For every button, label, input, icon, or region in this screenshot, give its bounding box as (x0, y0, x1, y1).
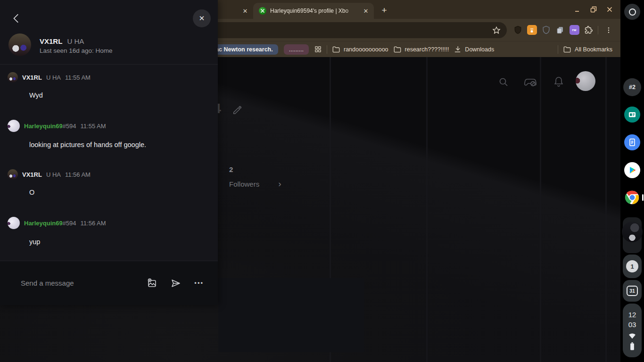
toolbar-divider (598, 26, 598, 34)
message: Harleyquin69 #594 11:55 AM looking at pi… (0, 120, 218, 148)
tab-title: Harleyquin69594's profile | Xbo (270, 8, 358, 14)
message-author: VX1RL (22, 171, 42, 178)
followers-link[interactable]: 2 Followers › (229, 165, 281, 189)
message-author-suffix: U HA (46, 171, 61, 178)
calendar-tray[interactable]: 31 (623, 280, 642, 302)
message-composer: ••• (0, 261, 218, 305)
peer-suffix: U HA (67, 37, 84, 45)
message-time: 11:56 AM (65, 171, 91, 178)
google-docs-app-icon[interactable] (624, 134, 640, 150)
xbox-favicon (259, 7, 266, 15)
tab-xbox-profile-active[interactable]: Harleyquin69594's profile | Xbo ✕ (253, 3, 374, 19)
download-icon (454, 45, 462, 53)
close-chat-button[interactable]: ✕ (193, 9, 211, 27)
bookmark-star-icon[interactable] (490, 24, 503, 37)
folder-icon (393, 45, 402, 54)
user-photo-app-icon[interactable] (622, 222, 643, 242)
message: Harleyquin69 #594 11:56 AM yup (0, 217, 218, 246)
background-card (218, 278, 364, 352)
message-author: Harleyquin69 (24, 123, 63, 130)
calendar-icon: 31 (627, 286, 638, 296)
peer-name: VX1RL (40, 37, 62, 45)
wifi-icon (628, 332, 636, 339)
grid-icon (314, 45, 322, 53)
message-author: VX1RL (22, 74, 42, 81)
bookmarks-divider (327, 45, 327, 54)
window-badge[interactable]: #2 (623, 78, 641, 96)
notification-counter[interactable]: 1 (623, 255, 642, 278)
tab-close-icon[interactable]: ✕ (362, 7, 370, 15)
screen: ⌄ W Happy Halloween - Community ✕ 24 Cha… (0, 0, 644, 362)
message: VX1RL U HA 11:56 AM O (0, 169, 218, 196)
system-shelf: #2 1 31 12 03 (620, 0, 644, 362)
chrome-app-icon[interactable] (624, 189, 640, 206)
message-body: Wyd (29, 91, 210, 99)
followers-count: 2 (229, 165, 281, 173)
message-body: looking at pictures of hands off google. (29, 141, 210, 148)
launcher-ring-icon (629, 8, 636, 16)
tab-group-chip-dots[interactable]: ......... (284, 44, 309, 55)
message: VX1RL U HA 11:55 AM Wyd (0, 72, 218, 99)
message-author-tag: #594 (63, 123, 76, 130)
restore-button[interactable] (586, 0, 602, 19)
folder-icon (563, 45, 571, 54)
profile-avatar[interactable] (576, 71, 595, 91)
chat-panel: ✕ VX1RL U HA Last seen 16d ago: Home VX1… (0, 0, 218, 305)
message-time: 11:55 AM (65, 74, 91, 81)
browser-window: ⌄ W Happy Halloween - Community ✕ 24 Cha… (0, 0, 620, 362)
message-avatar (8, 169, 18, 180)
peer-avatar[interactable] (8, 33, 31, 56)
minimize-button[interactable] (570, 0, 586, 19)
message-body: yup (29, 238, 210, 246)
message-author-suffix: U HA (46, 74, 61, 81)
launcher-button[interactable] (624, 4, 640, 20)
new-tab-button[interactable]: + (378, 4, 391, 17)
extension-securly-icon[interactable] (525, 23, 539, 37)
message-avatar (8, 72, 18, 82)
message-avatar (8, 217, 20, 229)
notifications-bell-icon[interactable] (553, 76, 564, 88)
battery-icon (629, 342, 635, 351)
message-time: 11:56 AM (81, 220, 106, 227)
chat-header: ✕ VX1RL U HA Last seen 16d ago: Home (0, 0, 218, 65)
message-author-tag: #594 (63, 220, 76, 227)
downloads-label: Downloads (465, 46, 494, 53)
search-icon[interactable] (498, 76, 509, 88)
active-app-indicator (642, 194, 644, 201)
notification-count-badge: 1 (626, 260, 638, 272)
back-chevron-icon[interactable] (10, 12, 23, 25)
attach-image-icon[interactable] (146, 278, 157, 289)
all-bookmarks-label: All Bookmarks (575, 46, 612, 53)
extension-shield-outline-icon[interactable] (539, 23, 553, 37)
apps-grid-button[interactable] (312, 45, 324, 53)
extension-shield-dark-icon[interactable] (511, 23, 525, 37)
bookmark-folder-rando[interactable]: randoooooooooo (330, 45, 391, 54)
bookmark-folder-research[interactable]: research????!!!!! (391, 45, 452, 54)
downloads-button[interactable]: Downloads (451, 45, 496, 53)
message-input[interactable] (20, 279, 146, 288)
all-bookmarks-button[interactable]: All Bookmarks (561, 45, 615, 54)
extension-readwrite-icon[interactable]: rw (567, 23, 581, 37)
close-window-button[interactable] (602, 0, 618, 19)
bookmark-folder-label: research????!!!!! (405, 46, 449, 53)
extension-copy-pages-icon[interactable] (553, 23, 567, 37)
bookmarks-divider (558, 45, 558, 54)
message-author: Harleyquin69 (24, 220, 63, 227)
more-options-icon[interactable]: ••• (194, 280, 204, 287)
send-icon[interactable] (170, 278, 182, 289)
edit-pencil-icon[interactable] (232, 105, 242, 115)
bookmark-folder-label: randoooooooooo (344, 46, 388, 53)
browser-menu-kebab-icon[interactable] (601, 22, 617, 38)
followers-label: Followers (229, 180, 259, 188)
status-tray[interactable]: 12 03 (623, 304, 642, 357)
tab-close-icon[interactable]: ✕ (241, 7, 249, 15)
window-controls (570, 0, 618, 19)
controller-dnd-icon[interactable] (523, 76, 537, 88)
contact-card-app-icon[interactable] (624, 107, 640, 123)
chevron-right-icon: › (278, 179, 281, 189)
message-list[interactable]: VX1RL U HA 11:55 AM Wyd Harleyquin69 #59… (0, 65, 218, 261)
folder-icon (332, 45, 340, 54)
play-store-app-icon[interactable] (624, 162, 640, 178)
extensions-puzzle-icon[interactable] (581, 23, 595, 37)
peer-last-seen: Last seen 16d ago: Home (40, 47, 113, 54)
